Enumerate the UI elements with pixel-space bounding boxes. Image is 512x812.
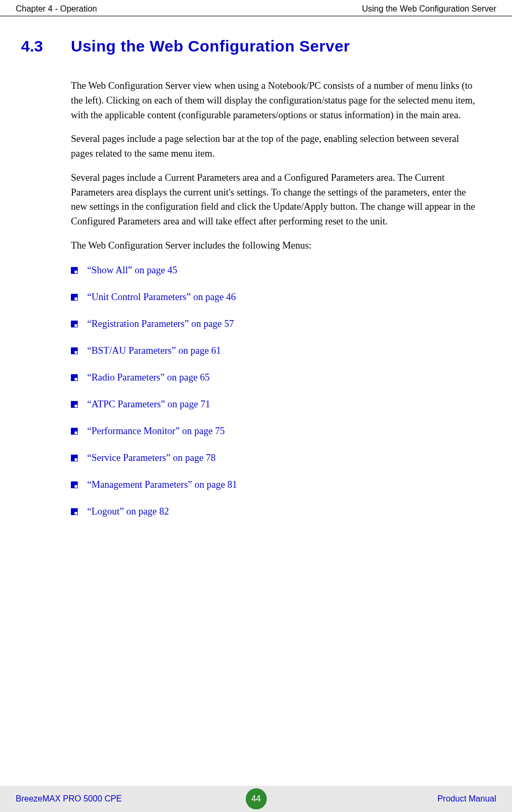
bullet-icon — [71, 347, 78, 354]
menu-link-show-all[interactable]: “Show All” on page 45 — [87, 265, 177, 276]
bullet-icon — [71, 294, 78, 301]
page-number-badge: 44 — [246, 788, 267, 809]
menu-item: “Logout” on page 82 — [71, 506, 480, 517]
menu-link-management[interactable]: “Management Parameters” on page 81 — [87, 479, 237, 490]
body-text: The Web Configuration Server view when u… — [71, 79, 480, 253]
bullet-icon — [71, 321, 78, 327]
section-number: 4.3 — [21, 37, 71, 55]
bullet-icon — [71, 428, 78, 435]
menu-link-performance[interactable]: “Performance Monitor” on page 75 — [87, 426, 225, 437]
bullet-icon — [71, 401, 78, 408]
page-footer: BreezeMAX PRO 5000 CPE 44 Product Manual — [0, 786, 512, 812]
menu-item: “Unit Control Parameters” on page 46 — [71, 292, 480, 303]
header-right-text: Using the Web Configuration Server — [362, 4, 496, 14]
bullet-icon — [71, 267, 78, 274]
section-title: Using the Web Configuration Server — [71, 37, 350, 55]
menu-link-radio[interactable]: “Radio Parameters” on page 65 — [87, 372, 210, 383]
menu-item: “BST/AU Parameters” on page 61 — [71, 345, 480, 356]
paragraph-2: Several pages include a page selection b… — [71, 132, 480, 161]
bullet-icon — [71, 481, 78, 488]
page-header: Chapter 4 - Operation Using the Web Conf… — [0, 0, 512, 16]
menu-item: “ATPC Parameters” on page 71 — [71, 399, 480, 410]
menu-link-service[interactable]: “Service Parameters” on page 78 — [87, 453, 216, 464]
paragraph-4: The Web Configuration Server includes th… — [71, 239, 480, 253]
bullet-icon — [71, 374, 78, 381]
menu-link-atpc[interactable]: “ATPC Parameters” on page 71 — [87, 399, 210, 410]
page-content: 4.3 Using the Web Configuration Server T… — [0, 16, 512, 517]
menu-item: “Management Parameters” on page 81 — [71, 479, 480, 490]
menu-item: “Service Parameters” on page 78 — [71, 453, 480, 464]
menu-link-bst-au[interactable]: “BST/AU Parameters” on page 61 — [87, 345, 221, 356]
menu-link-logout[interactable]: “Logout” on page 82 — [87, 506, 169, 517]
menu-item: “Radio Parameters” on page 65 — [71, 372, 480, 383]
footer-left-text: BreezeMAX PRO 5000 CPE — [16, 794, 122, 804]
bullet-icon — [71, 508, 78, 515]
bullet-icon — [71, 455, 78, 461]
menu-item: “Performance Monitor” on page 75 — [71, 426, 480, 437]
menu-list: “Show All” on page 45 “Unit Control Para… — [71, 265, 480, 517]
menu-item: “Show All” on page 45 — [71, 265, 480, 276]
menu-link-registration[interactable]: “Registration Parameters” on page 57 — [87, 318, 234, 330]
menu-item: “Registration Parameters” on page 57 — [71, 318, 480, 330]
section-heading: 4.3 Using the Web Configuration Server — [21, 37, 480, 55]
paragraph-3: Several pages include a Current Paramete… — [71, 171, 480, 229]
menu-link-unit-control[interactable]: “Unit Control Parameters” on page 46 — [87, 292, 236, 303]
header-left-text: Chapter 4 - Operation — [16, 4, 97, 14]
paragraph-1: The Web Configuration Server view when u… — [71, 79, 480, 122]
footer-right-text: Product Manual — [437, 794, 496, 804]
